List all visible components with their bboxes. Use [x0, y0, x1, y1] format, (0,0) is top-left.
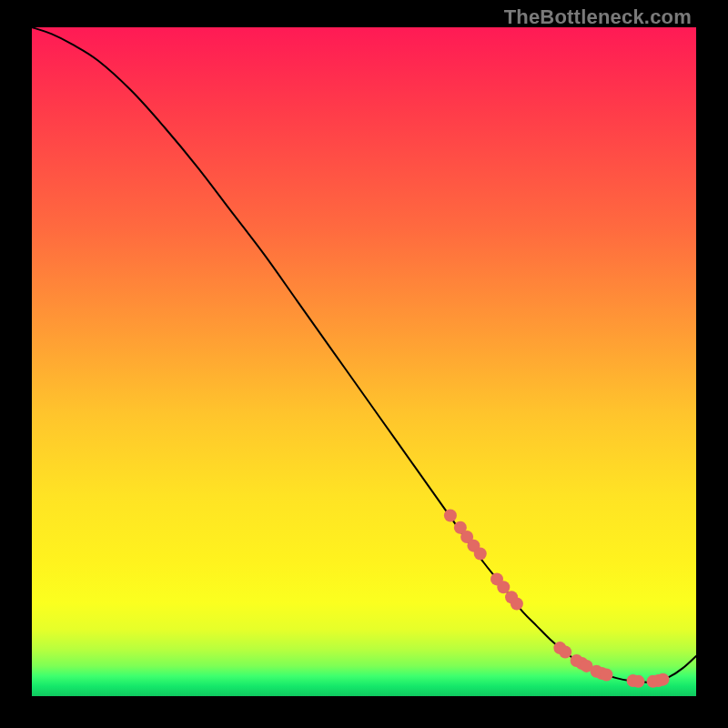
highlight-dot	[511, 598, 523, 611]
highlight-dot	[497, 581, 510, 593]
main-curve	[32, 27, 696, 682]
highlight-dot	[444, 510, 457, 522]
plot-area	[32, 27, 696, 696]
chart-overlay	[32, 27, 696, 696]
chart-frame: TheBottleneck.com	[0, 0, 728, 728]
highlight-dot	[559, 645, 571, 658]
highlight-dot	[657, 673, 670, 686]
highlight-dots	[444, 510, 670, 688]
highlight-dot	[474, 547, 487, 560]
watermark-text: TheBottleneck.com	[504, 5, 692, 29]
highlight-dot	[600, 668, 612, 681]
highlight-dot	[632, 675, 644, 688]
